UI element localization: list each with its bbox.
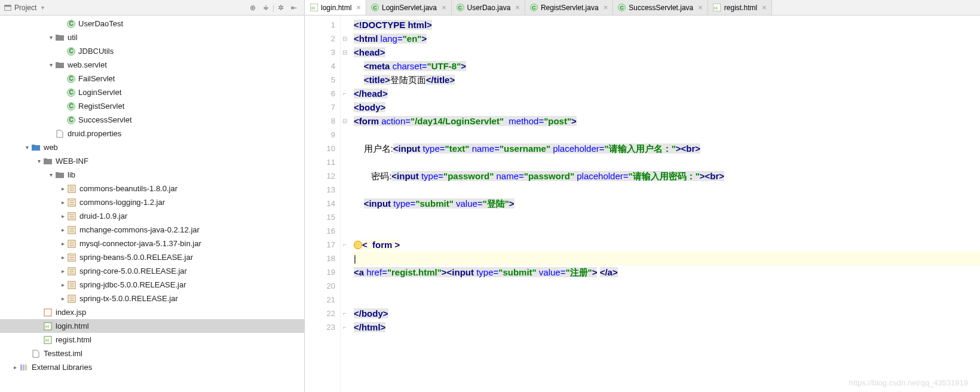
close-icon[interactable]: ×: [442, 3, 446, 12]
svg-text:H: H: [311, 5, 315, 11]
chevron-icon[interactable]: ▸: [59, 226, 67, 233]
code-line[interactable]: [354, 279, 980, 293]
code-line[interactable]: <html lang="en">: [354, 32, 980, 45]
tree-item[interactable]: ▸External Libraries: [0, 360, 304, 374]
tab-label: UserDao.java: [467, 4, 511, 12]
hide-icon[interactable]: ⇤: [289, 2, 299, 13]
code-line[interactable]: <form action="/day14/LoginServlet" metho…: [354, 114, 980, 128]
tree-item[interactable]: ▸spring-beans-5.0.0.RELEASE.jar: [0, 250, 304, 264]
chevron-icon[interactable]: ▾: [47, 62, 55, 68]
close-icon[interactable]: ×: [604, 3, 608, 12]
tree-item[interactable]: ▾web.servlet: [0, 58, 304, 72]
code-line[interactable]: <meta charset="UTF-8">: [354, 59, 980, 73]
tree-item[interactable]: ▾lib: [0, 168, 304, 182]
tree-item[interactable]: index.jsp: [0, 305, 304, 319]
code-line[interactable]: [354, 155, 980, 169]
code-line[interactable]: |: [354, 252, 980, 265]
svg-text:H: H: [45, 324, 49, 329]
tree-label: mchange-commons-java-0.2.12.jar: [79, 225, 200, 234]
code-line[interactable]: [354, 224, 980, 238]
tree-label: UserDaoTest: [78, 19, 123, 28]
code-line[interactable]: 密码:<input type="password" name="password…: [354, 169, 980, 183]
chevron-icon[interactable]: ▸: [11, 364, 19, 370]
code-editor[interactable]: 1234567891011121314151617181920212223 ⊟⊟…: [305, 16, 980, 392]
code-line[interactable]: <title>登陆页面</title>: [354, 73, 980, 87]
code-line[interactable]: <!DOCTYPE html>: [354, 18, 980, 32]
tree-item[interactable]: ▸druid-1.0.9.jar: [0, 209, 304, 223]
collapse-icon[interactable]: ≑: [261, 2, 271, 13]
file-icon: [31, 349, 41, 359]
chevron-icon[interactable]: ▸: [59, 185, 67, 192]
chevron-icon[interactable]: ▸: [59, 281, 67, 288]
code-line[interactable]: 用户名:<input type="text" name="username" p…: [354, 142, 980, 155]
tree-item[interactable]: ▸spring-core-5.0.0.RELEASE.jar: [0, 264, 304, 278]
code-line[interactable]: </html>: [354, 320, 980, 334]
target-icon[interactable]: ⊕: [247, 2, 258, 13]
tree-label: SuccessServlet: [78, 115, 132, 124]
chevron-icon[interactable]: ▸: [59, 213, 67, 219]
editor-tab[interactable]: CSuccessServlet.java×: [613, 0, 708, 15]
tree-item[interactable]: Hregist.html: [0, 333, 304, 347]
close-icon[interactable]: ×: [515, 3, 520, 12]
tree-item[interactable]: ▾util: [0, 30, 304, 44]
tree-label: LoginServlet: [78, 88, 121, 97]
close-icon[interactable]: ×: [356, 3, 361, 12]
tree-item[interactable]: druid.properties: [0, 127, 304, 140]
editor-tab[interactable]: Hregist.html×: [708, 0, 772, 15]
tree-item[interactable]: ▾WEB-INF: [0, 154, 304, 168]
tree-item[interactable]: ▾web: [0, 140, 304, 154]
chevron-icon[interactable]: ▸: [59, 295, 67, 302]
code-line[interactable]: <a href="regist.html"><input type="submi…: [354, 265, 980, 279]
tree-item[interactable]: ▸spring-tx-5.0.0.RELEASE.jar: [0, 292, 304, 305]
svg-rect-38: [44, 309, 51, 316]
project-icon: [4, 4, 12, 12]
chevron-icon[interactable]: ▾: [23, 144, 31, 151]
editor-tab[interactable]: CUserDao.java×: [452, 0, 525, 15]
tree-item[interactable]: ▸commons-beanutils-1.8.0.jar: [0, 182, 304, 195]
tree-item[interactable]: Hlogin.html: [0, 319, 304, 333]
gear-icon[interactable]: ✲: [275, 2, 286, 13]
tree-label: Testtest.iml: [44, 349, 82, 358]
code-line[interactable]: <head>: [354, 45, 980, 59]
chevron-icon[interactable]: ▸: [59, 240, 67, 247]
chevron-icon[interactable]: ▾: [35, 158, 43, 164]
tree-item[interactable]: CLoginServlet: [0, 85, 304, 99]
code-line[interactable]: < form >: [354, 238, 980, 252]
chevron-icon[interactable]: ▸: [59, 268, 67, 274]
tree-item[interactable]: CJDBCUtils: [0, 44, 304, 58]
chevron-icon[interactable]: ▾: [47, 172, 55, 178]
tree-item[interactable]: CSuccessServlet: [0, 113, 304, 127]
editor-tab[interactable]: CRegistServlet.java×: [525, 0, 613, 15]
tree-item[interactable]: ▸mchange-commons-java-0.2.12.jar: [0, 223, 304, 237]
editor-tab[interactable]: Hlogin.html×: [305, 0, 366, 15]
editor-tab[interactable]: CLoginServlet.java×: [366, 0, 452, 15]
chevron-icon[interactable]: ▸: [59, 199, 67, 206]
tree-item[interactable]: ▸spring-jdbc-5.0.0.RELEASE.jar: [0, 278, 304, 292]
code-line[interactable]: <body>: [354, 100, 980, 114]
code-content[interactable]: <!DOCTYPE html><html lang="en"><head> <m…: [349, 16, 980, 392]
class-icon: C: [67, 116, 75, 124]
dropdown-icon[interactable]: ▾: [41, 4, 44, 11]
tree-item[interactable]: CUserDaoTest: [0, 17, 304, 30]
code-line[interactable]: [354, 210, 980, 224]
code-line[interactable]: [354, 183, 980, 197]
code-line[interactable]: [354, 128, 980, 142]
tree-item[interactable]: Testtest.iml: [0, 347, 304, 360]
tree-item[interactable]: CRegistServlet: [0, 99, 304, 113]
code-line[interactable]: </head>: [354, 87, 980, 100]
tree-item[interactable]: CFailServlet: [0, 72, 304, 85]
code-line[interactable]: [354, 293, 980, 307]
class-icon: C: [618, 4, 626, 11]
chevron-icon[interactable]: ▸: [59, 254, 67, 261]
code-line[interactable]: <input type="submit" value="登陆">: [354, 197, 980, 210]
code-line[interactable]: </body>: [354, 307, 980, 320]
chevron-icon[interactable]: ▾: [47, 34, 55, 41]
close-icon[interactable]: ×: [762, 3, 767, 12]
svg-text:H: H: [45, 338, 49, 343]
fold-column: ⊟⊟⌐⊟⌐⌐⌐: [341, 16, 349, 392]
tree-label: lib: [68, 170, 75, 179]
tree-item[interactable]: ▸mysql-connector-java-5.1.37-bin.jar: [0, 237, 304, 250]
project-tree[interactable]: CUserDaoTest▾utilCJDBCUtils▾web.servletC…: [0, 16, 304, 392]
close-icon[interactable]: ×: [698, 3, 703, 12]
tree-item[interactable]: ▸commons-logging-1.2.jar: [0, 195, 304, 209]
